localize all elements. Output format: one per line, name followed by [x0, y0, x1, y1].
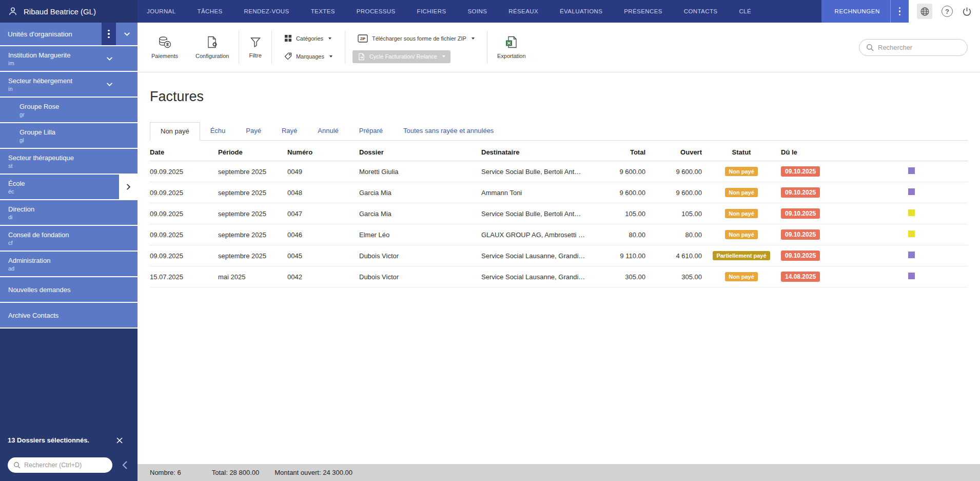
paiements-button[interactable]: Paiements: [143, 27, 187, 68]
due-date-badge: 09.10.2025: [781, 166, 820, 177]
invoice-row[interactable]: 09.09.2025 septembre 2025 0045 Dubois Vi…: [150, 245, 968, 266]
sidebar-item-code: cf: [8, 240, 138, 246]
zip-download-button[interactable]: ZIP Télécharger sous forme de fichier ZI…: [352, 32, 480, 45]
chevron-down-icon: [124, 32, 130, 36]
sidebar-item-code: st: [8, 163, 138, 169]
user-icon: [8, 6, 18, 16]
sidebar-search-input[interactable]: [24, 461, 107, 469]
invoice-row[interactable]: 09.09.2025 septembre 2025 0049 Moretti G…: [150, 161, 968, 182]
filtre-button[interactable]: Filtre: [240, 27, 270, 68]
invoice-row[interactable]: 09.09.2025 septembre 2025 0046 Elmer Léo…: [150, 224, 968, 245]
toolbar-divider: [271, 31, 272, 64]
sidebar-item[interactable]: Secteur thérapeutique st: [0, 149, 138, 175]
due-date-badge: 14.08.2025: [781, 272, 820, 282]
marquages-button[interactable]: Marquages: [279, 50, 338, 63]
sidebar-item[interactable]: Archive Contacts: [0, 303, 138, 329]
nav-item[interactable]: ÉVALUATIONS: [560, 8, 602, 14]
help-button[interactable]: ?: [942, 6, 953, 17]
sidebar-item-text: Administration ad: [8, 257, 138, 272]
chevron-right-icon[interactable]: [119, 174, 138, 200]
search-icon: [866, 44, 874, 51]
sidebar-collapse-button[interactable]: [116, 456, 132, 474]
tab[interactable]: Non payé: [150, 122, 200, 141]
nav-item[interactable]: TEXTES: [311, 8, 335, 14]
configuration-label: Configuration: [195, 53, 229, 59]
sidebar-item[interactable]: Secteur hébergement in: [0, 72, 138, 98]
cell-date: 09.09.2025: [150, 189, 218, 197]
sidebar-item-code: gl: [19, 137, 138, 143]
status-badge: Non payé: [725, 209, 758, 218]
cell-destinataire: Service Social Lausanne, Grandi…: [481, 252, 604, 260]
cell-numero: 0049: [287, 168, 359, 176]
cell-ouvert: 9 600.00: [645, 189, 702, 197]
tab[interactable]: Échu: [200, 122, 236, 140]
tab[interactable]: Rayé: [271, 122, 307, 140]
user-menu[interactable]: Ribaud Beatrice (GL): [0, 0, 138, 23]
tab[interactable]: Annulé: [307, 122, 348, 140]
sidebar-item[interactable]: Administration ad: [0, 252, 138, 277]
nav-item[interactable]: RÉSEAUX: [508, 8, 538, 14]
chevron-down-icon[interactable]: [106, 56, 113, 61]
sidebar-item[interactable]: Institution Marguerite im: [0, 46, 138, 72]
nav-item[interactable]: CLÉ: [739, 8, 751, 14]
sidebar-item[interactable]: École éc: [0, 175, 138, 200]
kebab-dots-icon: [108, 30, 110, 39]
tab[interactable]: Payé: [236, 122, 271, 140]
categories-marquages-group: Catégories Marquages: [273, 27, 344, 68]
cell-ouvert: 9 600.00: [645, 168, 702, 176]
document-gear-icon: [206, 35, 219, 49]
cell-destinataire: Service Social Bulle, Bertoli Ant…: [481, 210, 604, 218]
clear-selection-button[interactable]: [116, 437, 123, 444]
cell-date: 09.09.2025: [150, 168, 218, 176]
sidebar-footer: 13 Dossiers sélectionnés.: [0, 429, 138, 481]
sidebar-header-collapse-button[interactable]: [116, 23, 138, 45]
cell-dossier: Garcia Mia: [359, 189, 481, 197]
toolbar-search-input[interactable]: [878, 44, 961, 51]
invoice-row[interactable]: 09.09.2025 septembre 2025 0047 Garcia Mi…: [150, 203, 968, 224]
sidebar-item[interactable]: Conseil de fondation cf: [0, 226, 138, 252]
sidebar: Unités d'organisation Institution Margue…: [0, 23, 138, 481]
sidebar-item[interactable]: Direction di: [0, 200, 138, 226]
invoice-row[interactable]: 09.09.2025 septembre 2025 0048 Garcia Mi…: [150, 182, 968, 203]
rechnungen-module-button[interactable]: RECHNUNGEN: [821, 0, 909, 23]
nav-item[interactable]: CONTACTS: [684, 8, 718, 14]
coins-icon: [158, 35, 171, 49]
nav-item[interactable]: RENDEZ-VOUS: [244, 8, 289, 14]
cell-dossier: Moretti Giulia: [359, 168, 481, 176]
sidebar-search: [8, 457, 112, 473]
cell-statut: Non payé: [702, 188, 781, 197]
invoice-row[interactable]: 15.07.2025 mai 2025 0042 Dubois Victor S…: [150, 266, 968, 287]
nav-item[interactable]: TÂCHES: [197, 8, 222, 14]
nav-item[interactable]: JOURNAL: [147, 8, 175, 14]
tag-icon: [284, 52, 292, 60]
sidebar-header-menu-button[interactable]: [102, 23, 116, 45]
color-marker: [908, 209, 915, 216]
main-nav: JOURNAL TÂCHES RENDEZ-VOUS TEXTES PROCES…: [138, 0, 821, 23]
categories-button[interactable]: Catégories: [279, 32, 337, 45]
cell-date: 09.09.2025: [150, 231, 218, 239]
sidebar-item[interactable]: Groupe Lilla gl: [0, 123, 138, 149]
configuration-button[interactable]: Configuration: [187, 27, 238, 68]
tab[interactable]: Préparé: [349, 122, 393, 140]
logout-button[interactable]: [962, 7, 972, 16]
nav-item[interactable]: PRÉSENCES: [624, 8, 662, 14]
chevron-down-icon[interactable]: [106, 82, 113, 87]
nav-item[interactable]: FICHIERS: [417, 8, 446, 14]
sidebar-item[interactable]: Nouvelles demandes: [0, 277, 138, 303]
color-marker: [908, 167, 915, 174]
invoice-tabs: Non payé Échu Payé Rayé Annulé Préparé T…: [150, 122, 968, 141]
sidebar-item[interactable]: Groupe Rose gr: [0, 98, 138, 123]
grid-icon: [284, 34, 292, 42]
toolbar-divider: [239, 31, 239, 64]
column-header-numero: Numéro: [287, 148, 359, 156]
nav-item[interactable]: SOINS: [467, 8, 487, 14]
tab[interactable]: Toutes sans rayée et annulées: [393, 122, 504, 140]
sidebar-item-label: École: [8, 180, 119, 187]
module-menu-button[interactable]: [890, 0, 909, 23]
cycle-facturation-button[interactable]: Cycle Facturation/ Relance: [352, 50, 450, 63]
due-date-badge: 09.10.2025: [781, 208, 820, 219]
language-button[interactable]: [917, 4, 932, 19]
exportation-button[interactable]: Exportation: [488, 27, 535, 68]
nav-item[interactable]: PROCESSUS: [357, 8, 396, 14]
paiements-label: Paiements: [151, 53, 178, 59]
